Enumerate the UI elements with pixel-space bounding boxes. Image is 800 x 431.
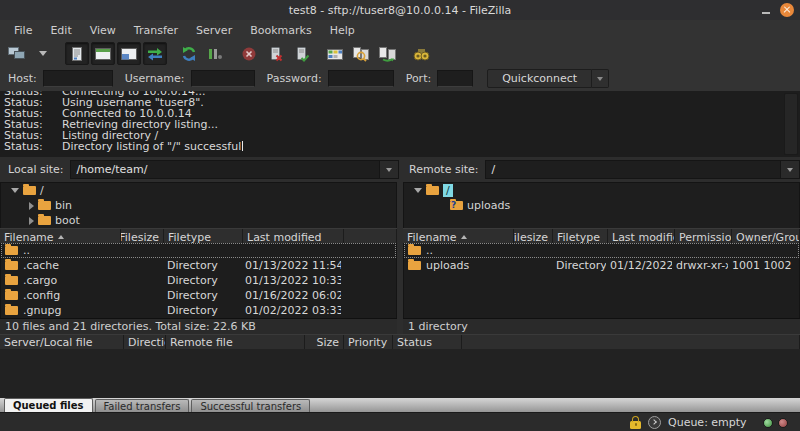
toggle-transfer-queue-button[interactable] xyxy=(143,42,167,65)
toggle-remote-tree-button[interactable] xyxy=(117,42,141,65)
menu-help[interactable]: Help xyxy=(322,22,363,39)
local-site-combo[interactable]: /home/team/ xyxy=(70,160,399,179)
file-modified-cell: 01/02/2022 03:33... xyxy=(241,304,341,317)
site-manager-button[interactable] xyxy=(5,42,29,65)
minimize-button[interactable] xyxy=(762,4,770,17)
file-row[interactable]: .gnupg Directory 01/02/2022 03:33... xyxy=(1,303,396,318)
close-button[interactable] xyxy=(780,3,794,17)
folder-icon xyxy=(408,246,421,255)
disconnect-button[interactable] xyxy=(263,42,287,65)
file-owner-cell: 1001 1002 xyxy=(728,259,799,272)
column-last-modified[interactable]: Last modified xyxy=(608,229,675,244)
reconnect-button[interactable] xyxy=(289,42,313,65)
tree-item-root[interactable]: / xyxy=(1,183,396,198)
tab-successful-transfers[interactable]: Successful transfers xyxy=(191,399,310,412)
menu-bookmarks[interactable]: Bookmarks xyxy=(242,22,319,39)
chevron-down-icon xyxy=(787,168,793,172)
directory-listing-filters-button[interactable] xyxy=(323,42,347,65)
quickconnect-button[interactable]: Quickconnect xyxy=(487,69,592,88)
expander-open-icon[interactable] xyxy=(414,188,422,193)
file-modified-cell: 01/12/2022 08.. xyxy=(606,259,672,272)
chevron-down-icon xyxy=(39,51,47,56)
directory-comparison-button[interactable] xyxy=(349,42,373,65)
password-input[interactable] xyxy=(328,70,394,87)
menu-edit[interactable]: Edit xyxy=(42,22,79,39)
find-files-button[interactable] xyxy=(409,42,433,65)
log-scrollbar[interactable] xyxy=(784,93,798,155)
file-row[interactable]: .cache Directory 01/13/2022 11:54:... xyxy=(1,258,396,273)
menu-server[interactable]: Server xyxy=(188,22,240,39)
local-site-bar: Local site: /home/team/ xyxy=(0,157,405,182)
filters-icon xyxy=(327,47,343,61)
file-row-parent[interactable]: .. xyxy=(1,243,396,258)
column-size[interactable]: Size xyxy=(305,335,344,349)
port-input[interactable] xyxy=(437,70,473,87)
column-status[interactable]: Status xyxy=(393,335,462,349)
menu-view[interactable]: View xyxy=(82,22,124,39)
column-filler xyxy=(462,335,800,349)
column-remote-file[interactable]: Remote file xyxy=(166,335,305,349)
window-title: test8 - sftp://tuser8@10.0.0.14 - FileZi… xyxy=(289,4,512,17)
file-name-cell: uploads xyxy=(404,259,514,272)
synchronized-browsing-button[interactable] xyxy=(375,42,399,65)
local-list-header: Filename Filesize Filetype Last modified xyxy=(0,228,397,244)
column-owner-group[interactable]: Owner/Group xyxy=(732,229,800,244)
file-modified-cell: 01/16/2022 06:02:... xyxy=(241,289,341,302)
queue-tab-strip: Queued files Failed transfers Successful… xyxy=(0,398,800,412)
column-priority[interactable]: Priority xyxy=(344,335,393,349)
column-filename[interactable]: Filename xyxy=(403,229,514,244)
tree-item-label: uploads xyxy=(467,199,510,212)
host-input[interactable] xyxy=(43,70,113,87)
expander-open-icon[interactable] xyxy=(11,188,19,193)
process-queue-button[interactable] xyxy=(203,42,227,65)
tree-item-uploads[interactable]: ? uploads xyxy=(404,198,799,213)
chevron-down-icon xyxy=(386,168,392,172)
folder-icon xyxy=(5,246,18,255)
file-row-parent[interactable]: .. xyxy=(404,243,799,258)
remote-list-header: Filename Filesize Filetype Last modified… xyxy=(403,228,800,244)
file-name-cell: .gnupg xyxy=(1,304,121,317)
column-filesize[interactable]: Filesize xyxy=(514,229,553,244)
sort-ascending-icon xyxy=(58,235,64,239)
remote-site-combo[interactable]: / xyxy=(485,160,800,179)
question-badge-icon: ? xyxy=(451,200,456,210)
toggle-message-log-button[interactable] xyxy=(65,42,89,65)
file-row[interactable]: uploads Directory 01/12/2022 08.. drwxr-… xyxy=(404,258,799,273)
column-direction[interactable]: Direction xyxy=(124,335,166,349)
remote-site-dropdown-button[interactable] xyxy=(780,161,799,178)
column-filetype[interactable]: Filetype xyxy=(553,229,608,244)
file-name-cell: .cache xyxy=(1,259,121,272)
speed-limit-icon[interactable] xyxy=(648,416,661,429)
tab-failed-transfers[interactable]: Failed transfers xyxy=(95,399,190,412)
remote-site-path: / xyxy=(486,163,780,176)
menu-transfer[interactable]: Transfer xyxy=(126,22,186,39)
tree-item-bin[interactable]: bin xyxy=(1,198,396,213)
column-last-modified[interactable]: Last modified xyxy=(243,229,344,244)
file-row[interactable]: .config Directory 01/16/2022 06:02:... xyxy=(1,288,396,303)
refresh-button[interactable] xyxy=(177,42,201,65)
column-filename[interactable]: Filename xyxy=(0,229,121,244)
cancel-operation-button[interactable] xyxy=(237,42,261,65)
file-type-cell: Directory xyxy=(163,274,241,287)
menu-file[interactable]: File xyxy=(6,22,40,39)
toggle-local-tree-button[interactable] xyxy=(91,42,115,65)
site-manager-icon xyxy=(8,46,26,61)
cancel-icon xyxy=(241,46,257,62)
username-input[interactable] xyxy=(191,70,255,87)
text-caret xyxy=(242,141,243,151)
site-manager-dropdown-button[interactable] xyxy=(31,42,55,65)
file-row[interactable]: .cargo Directory 01/13/2022 10:33:... xyxy=(1,273,396,288)
column-permissions[interactable]: Permissions xyxy=(675,229,732,244)
column-filetype[interactable]: Filetype xyxy=(164,229,243,244)
tree-item-boot[interactable]: boot xyxy=(1,213,396,228)
tab-queued-files[interactable]: Queued files xyxy=(4,398,93,412)
local-site-dropdown-button[interactable] xyxy=(379,161,398,178)
quickconnect-dropdown-button[interactable] xyxy=(592,69,609,88)
file-name-cell: .. xyxy=(1,244,121,257)
column-filesize[interactable]: Filesize xyxy=(121,229,164,244)
expander-closed-icon[interactable] xyxy=(29,217,34,225)
expander-closed-icon[interactable] xyxy=(29,202,34,210)
column-server-local-file[interactable]: Server/Local file xyxy=(0,335,124,349)
tree-item-root-selected[interactable]: / xyxy=(404,183,799,198)
lock-icon[interactable] xyxy=(630,421,641,429)
